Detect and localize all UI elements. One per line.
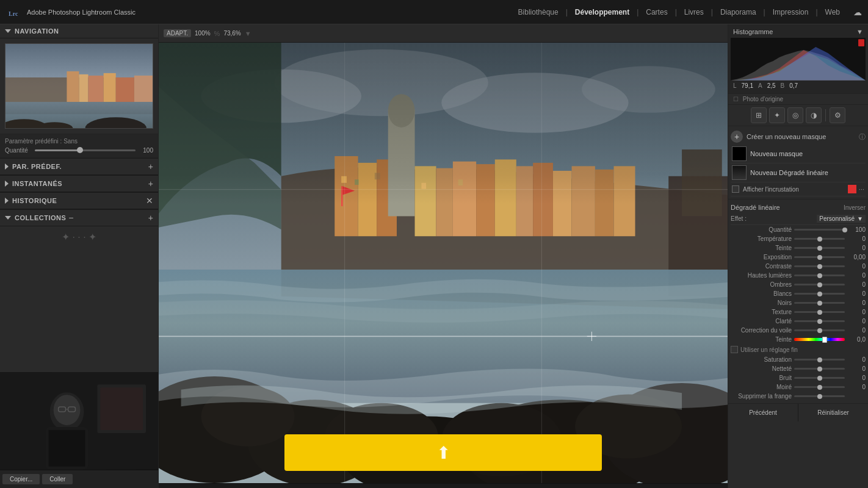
moire-slider-row: Moiré 0 [731,382,866,392]
nav-developpement[interactable]: Développement [568,8,637,16]
instantanes-collapse-icon [5,181,9,187]
exposition-value: 0,00 [847,254,866,260]
spot-tool[interactable]: ✦ [769,107,785,123]
clarte-value: 0 [847,318,866,325]
bruit-value: 0 [847,375,866,381]
app-name: Adobe Photoshop Lightroom Classic [27,9,136,16]
reglage-fin-checkbox[interactable] [731,346,738,353]
moire-label: Moiré [731,384,792,390]
correction-voile-slider-row: Correction du voile 0 [731,326,866,335]
nav-livres[interactable]: Livres [677,8,711,16]
temperature-value: 0 [847,235,866,242]
afficher-color-swatch[interactable] [848,185,856,193]
svg-rect-75 [732,166,746,179]
historique-header[interactable]: Historique ✕ [0,193,158,209]
preset-params: Paramètre prédéfini : Sans Quantité 100 [0,134,158,158]
historique-clear-btn[interactable]: ✕ [146,196,153,206]
mask-item-2[interactable]: Nouveau Dégradé linéaire [731,163,866,182]
temperature-slider[interactable] [794,238,845,240]
clarte-slider[interactable] [794,320,845,322]
moire-slider[interactable] [794,386,845,388]
masques-add-button[interactable]: + [731,131,743,143]
crop-tool[interactable]: ⊞ [751,107,767,123]
mask-item-1[interactable]: Nouveau masque [731,145,866,163]
collections-minus-btn[interactable]: − [68,213,73,223]
clarte-label: Clarté [731,318,792,325]
collections-add-btn[interactable]: + [148,213,153,223]
photo-origine[interactable]: ☐ Photo d'origine [728,93,868,104]
texture-slider-row: Texture 0 [731,307,866,317]
inverser-label[interactable]: Inverser [844,204,866,211]
quantity-slider[interactable] [35,149,136,151]
histogram-collapse-icon[interactable]: ▼ [856,28,863,35]
hautes-lumieres-slider[interactable] [794,274,845,276]
nav-web[interactable]: Web [818,8,847,16]
noirs-slider[interactable] [794,302,845,304]
nav-diaporama[interactable]: Diaporama [713,8,764,16]
paste-button[interactable]: Coller [42,474,73,484]
ombres-slider-row: Ombres 0 [731,280,866,289]
tools-separator [825,109,826,121]
center-panel: ADAPT. 100% % 73,6% ▼ [159,24,728,488]
contraste-slider[interactable] [794,265,845,267]
ombres-slider[interactable] [794,284,845,285]
bruit-slider-row: Bruit 0 [731,373,866,382]
nettete-slider[interactable] [794,368,845,370]
masking-tool[interactable]: ◑ [806,107,822,123]
cloud-icon[interactable]: ☁ [853,7,862,17]
blancs-slider[interactable] [794,293,845,295]
bruit-slider[interactable] [794,377,845,379]
supprimer-frange-slider[interactable] [794,395,845,397]
svg-rect-24 [100,387,143,430]
exposition-slider[interactable] [794,256,845,258]
settings-tool[interactable]: ⚙ [830,107,845,123]
blancs-value: 0 [847,290,866,297]
teinte-color-slider[interactable] [794,338,845,341]
masques-info-icon[interactable]: ⓘ [859,132,866,142]
tools-row: ⊞ ✦ ◎ ◑ ⚙ [728,104,868,126]
instantanes-title: Instantanés [12,180,62,187]
effet-label: Effet : [731,215,747,222]
instantanes-add-btn[interactable]: + [148,179,153,188]
quantite-slider-label: Quantité [731,226,792,233]
saturation-label: Saturation [731,356,792,363]
upload-icon: ⬆ [436,443,450,463]
collections-header[interactable]: Collections − + [0,210,158,226]
par-predef-add-btn[interactable]: + [148,162,153,171]
quantite-slider-value: 100 [847,226,866,233]
histogram-section: Histogramme ▼ L 79,1 [728,24,868,93]
par-predef-header[interactable]: Par. prédef. + [0,159,158,175]
webcam-placeholder [0,372,158,470]
histogram-values: L 79,1 A 2,5 B 0,7 [731,81,866,91]
afficher-more-icon[interactable]: ··· [859,185,864,193]
B-value: 0,7 [789,82,798,89]
effet-row: Effet : Personnalisé ▼ [731,213,866,225]
instantanes-header[interactable]: Instantanés + [0,176,158,192]
collections-section: Collections − + [0,209,158,226]
webcam-section [0,372,158,470]
navigation-section-header[interactable]: Navigation [0,24,158,38]
upload-bar[interactable]: ⬆ [284,434,602,471]
texture-slider[interactable] [794,311,845,313]
red-eye-tool[interactable]: ◎ [787,107,803,123]
nav-impression[interactable]: Impression [765,8,816,16]
copy-button[interactable]: Copier... [2,474,40,484]
quantite-slider[interactable] [794,229,845,231]
nav-cartes[interactable]: Cartes [638,8,675,16]
correction-voile-slider[interactable] [794,329,845,331]
teinte-slider[interactable] [794,247,845,249]
collections-ornament: ✦ · · · ✦ [0,226,158,248]
svg-rect-6 [89,76,104,102]
reinitialiser-button[interactable]: Réinitialiser [798,404,868,422]
main-image-area[interactable]: ⬆ [159,43,728,483]
saturation-slider[interactable] [794,359,845,361]
histogram-header: Histogramme ▼ [731,27,866,38]
precedent-button[interactable]: Précédent [728,404,798,422]
masques-create-label[interactable]: Créer un nouveau masque [747,133,826,140]
par-predef-collapse-icon [5,163,9,170]
nav-bibliotheque[interactable]: Bibliothèque [511,8,566,16]
filmstrip [159,483,728,488]
afficher-checkbox[interactable] [732,185,739,193]
effet-value[interactable]: Personnalisé ▼ [817,215,866,223]
svg-rect-5 [79,74,89,102]
